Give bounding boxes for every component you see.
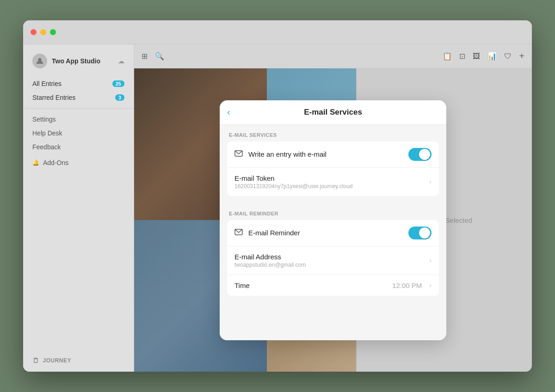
brand-label: JOURNEY xyxy=(43,357,72,364)
close-button[interactable] xyxy=(31,29,37,35)
app-window: Two App Studio ☁ All Entries 25 Starred … xyxy=(23,20,532,372)
maximize-button[interactable] xyxy=(50,29,56,35)
chevron-icon: › xyxy=(429,178,432,185)
nav-item-label: All Entries xyxy=(32,80,62,87)
sidebar-item-addons[interactable]: 🔔 Add-Ons xyxy=(23,156,134,170)
window-body: Two App Studio ☁ All Entries 25 Starred … xyxy=(23,44,532,372)
row-sublabel: 1620031319204ny7p1yxesi@user.journey.clo… xyxy=(234,183,424,190)
main-area: ⊞ 🔍 📋 ⊡ 🖼 📊 🛡 + xyxy=(134,44,532,372)
all-entries-badge: 25 xyxy=(112,80,124,87)
sidebar-item-helpdesk[interactable]: Help Desk xyxy=(23,126,134,140)
modal-header: ‹ E-mail Services xyxy=(220,100,446,125)
modal-overlay: ‹ E-mail Services E-MAIL SERVICES xyxy=(134,68,532,372)
cloud-icon: ☁ xyxy=(118,57,124,65)
chevron-icon: › xyxy=(429,257,432,264)
toggle-knob xyxy=(419,149,430,160)
journey-icon: 🗒 xyxy=(32,357,39,364)
avatar xyxy=(32,54,47,68)
time-value: 12:00 PM xyxy=(392,282,422,289)
section-label-services: E-MAIL SERVICES xyxy=(220,125,446,141)
modal-title: E-mail Services xyxy=(229,108,437,117)
nav-item-label: Feedback xyxy=(32,143,61,151)
main-toolbar: ⊞ 🔍 📋 ⊡ 🖼 📊 🛡 + xyxy=(134,44,532,68)
row-content: Time xyxy=(234,282,387,289)
sidebar-divider xyxy=(23,108,134,109)
titlebar xyxy=(23,20,532,44)
row-label: E-mail Address xyxy=(234,253,424,261)
sidebar-footer: 🗒 JOURNEY xyxy=(23,349,134,372)
row-label: E-mail Reminder xyxy=(248,229,403,237)
journal-icon[interactable]: 📋 xyxy=(443,52,452,61)
section-label-reminder: E-MAIL REMINDER xyxy=(220,203,446,220)
photo-grid-area: No Entry Selected ‹ E-mail Services E-MA… xyxy=(134,68,532,372)
row-sublabel: twoappstudio.en@gmail.com xyxy=(234,262,424,268)
settings-row-write-email[interactable]: Write an entry with e-mail xyxy=(227,141,439,168)
settings-group-services: Write an entry with e-mail E-ma xyxy=(227,141,439,196)
sidebar-item-all-entries[interactable]: All Entries 25 xyxy=(23,77,134,91)
sidebar-nav: All Entries 25 Starred Entries 3 Setting… xyxy=(23,73,134,173)
settings-group-reminder: E-mail Reminder E-mail Address xyxy=(227,220,439,296)
sidebar-item-feedback[interactable]: Feedback xyxy=(23,140,134,154)
modal-body: E-MAIL SERVICES xyxy=(220,125,446,340)
minimize-button[interactable] xyxy=(40,29,46,35)
toggle-knob xyxy=(419,227,430,239)
row-label: Write an entry with e-mail xyxy=(248,150,403,158)
toolbar-right: 📋 ⊡ 🖼 📊 🛡 + xyxy=(443,51,524,61)
nav-item-label: Starred Entries xyxy=(32,94,75,101)
sidebar-item-starred-entries[interactable]: Starred Entries 3 xyxy=(23,91,134,104)
sidebar-header: Two App Studio ☁ xyxy=(23,44,134,73)
row-content: Write an entry with e-mail xyxy=(248,150,403,158)
shield-icon[interactable]: 🛡 xyxy=(504,52,512,61)
settings-row-email-address[interactable]: E-mail Address twoappstudio.en@gmail.com… xyxy=(227,246,439,275)
back-button[interactable]: ‹ xyxy=(227,107,230,117)
nav-item-label: Settings xyxy=(32,116,56,123)
layout-icon[interactable]: ⊡ xyxy=(459,52,465,61)
row-label: Time xyxy=(234,282,387,289)
sidebar-toggle-icon[interactable]: ⊞ xyxy=(142,52,148,61)
row-content: E-mail Reminder xyxy=(248,229,403,237)
row-content: E-mail Address twoappstudio.en@gmail.com xyxy=(234,253,424,268)
modal-bottom-padding xyxy=(220,303,446,340)
addon-icon: 🔔 xyxy=(32,159,39,166)
envelope-icon-1 xyxy=(234,150,243,159)
settings-row-time[interactable]: Time 12:00 PM › xyxy=(227,275,439,296)
write-email-toggle[interactable] xyxy=(408,148,432,161)
nav-item-label: Add-Ons xyxy=(43,159,68,166)
chevron-icon: › xyxy=(429,282,432,289)
settings-row-email-token[interactable]: E-mail Token 1620031319204ny7p1yxesi@use… xyxy=(227,168,439,196)
sidebar-item-settings[interactable]: Settings xyxy=(23,112,134,126)
user-name: Two App Studio xyxy=(52,57,113,65)
traffic-lights xyxy=(31,29,56,35)
row-label: E-mail Token xyxy=(234,174,424,182)
email-reminder-toggle[interactable] xyxy=(408,227,432,239)
sidebar: Two App Studio ☁ All Entries 25 Starred … xyxy=(23,44,134,372)
email-services-modal: ‹ E-mail Services E-MAIL SERVICES xyxy=(220,100,446,340)
starred-entries-badge: 3 xyxy=(115,94,124,101)
photo-icon[interactable]: 🖼 xyxy=(473,52,480,61)
add-button[interactable]: + xyxy=(519,51,524,61)
row-content: E-mail Token 1620031319204ny7p1yxesi@use… xyxy=(234,174,424,190)
settings-row-email-reminder[interactable]: E-mail Reminder xyxy=(227,220,439,246)
chart-icon[interactable]: 📊 xyxy=(487,52,497,61)
search-icon[interactable]: 🔍 xyxy=(155,52,164,61)
nav-item-label: Help Desk xyxy=(32,129,62,137)
envelope-icon-2 xyxy=(234,229,243,237)
